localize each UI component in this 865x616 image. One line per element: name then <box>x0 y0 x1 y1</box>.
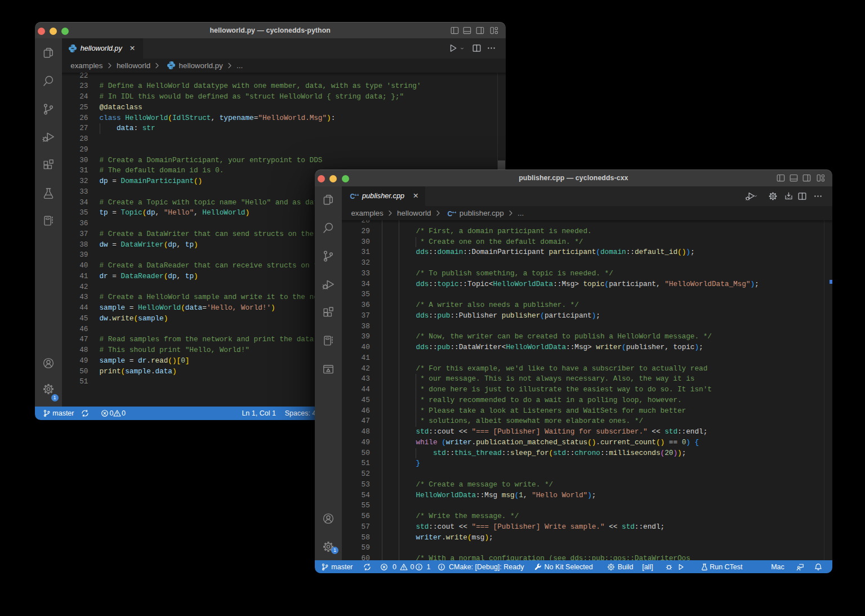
svg-text:++: ++ <box>452 210 456 214</box>
svg-text:++: ++ <box>355 193 359 197</box>
